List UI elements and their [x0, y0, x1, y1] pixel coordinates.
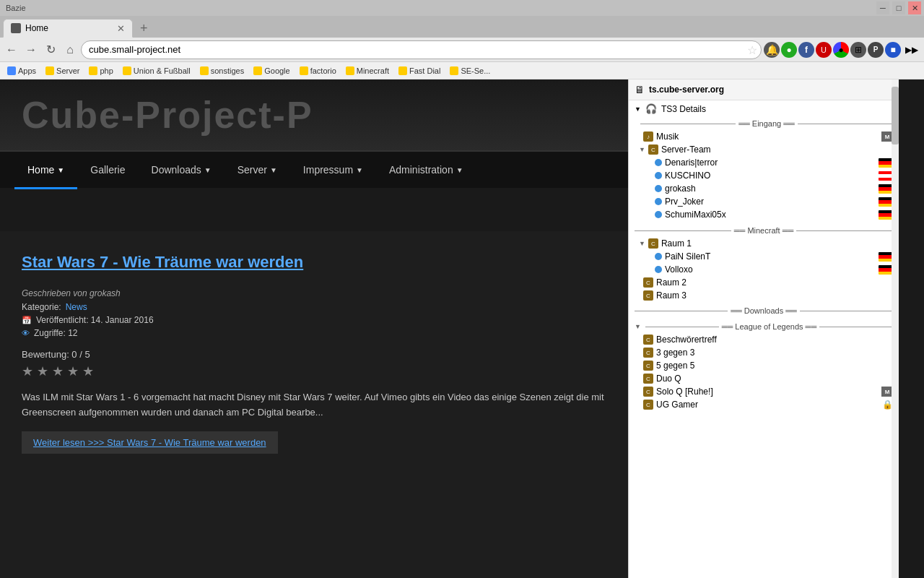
app-icon-cube[interactable]: ■ [885, 42, 901, 58]
star-2[interactable]: ★ [37, 364, 48, 379]
sep-label-downloads: ══ Downloads ══ [731, 306, 797, 315]
user-volloxo-label: Volloxo [665, 264, 693, 275]
bookmark-php[interactable]: php [84, 65, 117, 77]
nav-item-impressum[interactable]: Impressum ▼ [290, 153, 376, 189]
tab-bar: Home ✕ + [0, 16, 924, 38]
bookmark-google[interactable]: Google [249, 65, 294, 77]
nav-item-home[interactable]: Home ▼ [14, 153, 77, 189]
tab-close-icon[interactable]: ✕ [117, 23, 125, 34]
eye-icon: 👁 [22, 329, 30, 337]
channel-3v3[interactable]: C 3 gegen 3 [629, 346, 899, 359]
user-schumimaxi[interactable]: SchumiMaxi05x [629, 208, 899, 221]
category-link[interactable]: News [66, 302, 87, 312]
channel-5v5-label: 5 gegen 5 [656, 361, 694, 371]
bookmark-apps[interactable]: Apps [3, 65, 40, 77]
channel-raum2[interactable]: C Raum 2 [629, 276, 899, 289]
star-5[interactable]: ★ [82, 364, 94, 379]
channel-raum1[interactable]: ▼ C Raum 1 [629, 237, 899, 250]
ts3-scrollbar-thumb[interactable] [892, 87, 899, 144]
user-schumimaxi-dot [655, 211, 662, 218]
sep-line-right [798, 124, 893, 124]
bookmark-server[interactable]: Server [41, 65, 84, 77]
channel-beschworer-label: Beschwörertreff [656, 335, 717, 345]
chrome-icon[interactable]: ● [833, 42, 849, 58]
user-painsilent[interactable]: PaiN SilenT [629, 250, 899, 263]
reload-button[interactable]: ↻ [42, 41, 59, 59]
user-kuschino-flag [879, 171, 893, 181]
browser-tab-home[interactable]: Home ✕ [3, 19, 133, 38]
article-category-row: Kategorie: News [22, 302, 606, 312]
minimize-button[interactable]: ─ [876, 1, 889, 14]
channel-beschworer[interactable]: C Beschwörertreff [629, 333, 899, 346]
read-more-button[interactable]: Weiter lesen >>> Star Wars 7 - Wie Träum… [22, 431, 278, 454]
facebook-icon[interactable]: f [798, 42, 814, 58]
extension-icon-1[interactable]: ● [781, 42, 797, 58]
forward-button[interactable]: → [22, 41, 40, 59]
bookmark-union[interactable]: Union & Fußball [118, 65, 195, 77]
site-title: Cube-Project-P [22, 93, 313, 137]
more-button[interactable]: ▶▶ [902, 43, 921, 56]
article-rating: Bewertung: 0 / 5 ★ ★ ★ ★ ★ [22, 349, 606, 379]
bookmark-sese[interactable]: SE-Se... [445, 65, 494, 77]
channel-musik[interactable]: ♪ Musik M [629, 130, 899, 143]
lol-expand-icon[interactable]: ▼ [635, 323, 641, 330]
channel-soloq[interactable]: C Solo Q [Ruhe!] M [629, 385, 899, 398]
main-navigation: Home ▼ Gallerie Downloads ▼ Server ▼ Imp… [0, 152, 628, 188]
close-button[interactable]: ✕ [908, 1, 921, 14]
channel-5v5[interactable]: C 5 gegen 5 [629, 359, 899, 372]
channel-server-team[interactable]: ▼ C Server-Team [629, 143, 899, 156]
channel-raum3[interactable]: C Raum 3 [629, 289, 899, 302]
star-1[interactable]: ★ [22, 364, 33, 379]
ts3-server-header[interactable]: 🖥 ts.cube-server.org [629, 79, 899, 100]
window-user-label: Bazie [6, 4, 26, 12]
notification-icon[interactable]: 🔔 [764, 42, 780, 58]
user-painsilent-label: PaiN SilenT [665, 251, 710, 262]
extension-icon-2[interactable]: U [816, 42, 832, 58]
channel-5v5-icon: C [643, 361, 653, 371]
user-volloxo-dot [655, 266, 662, 273]
back-button[interactable]: ← [3, 41, 20, 59]
new-tab-button[interactable]: + [136, 20, 152, 38]
user-prvjoker[interactable]: Prv_Joker [629, 195, 899, 208]
bookmark-minecraft[interactable]: Minecraft [341, 65, 393, 77]
channel-duoq[interactable]: C Duo Q [629, 372, 899, 385]
user-grokash[interactable]: grokash [629, 182, 899, 195]
channel-raum1-collapse[interactable]: ▼ [639, 240, 645, 247]
nav-item-downloads[interactable]: Downloads ▼ [139, 153, 225, 189]
nav-item-gallerie[interactable]: Gallerie [77, 153, 138, 189]
ts3-scrollbar[interactable] [892, 79, 899, 578]
ts3-details-row[interactable]: ▼ 🎧 TS3 Details [629, 100, 899, 117]
nav-item-server[interactable]: Server ▼ [225, 153, 290, 189]
maximize-button[interactable]: □ [892, 1, 905, 14]
extension-icon-3[interactable]: ⊞ [850, 42, 866, 58]
user-kuschino[interactable]: KUSCHINO [629, 169, 899, 182]
channel-uggamer[interactable]: C UG Gamer 🔒 [629, 398, 899, 411]
extension-icon-4[interactable]: P [868, 42, 884, 58]
user-volloxo[interactable]: Volloxo [629, 263, 899, 276]
user-painsilent-dot [655, 253, 662, 260]
channel-musik-label: Musik [656, 131, 679, 142]
user-denaris-dot [655, 159, 662, 166]
separator-lol: ▼ ══ League of Legends ══ [629, 320, 899, 333]
user-prvjoker-label: Prv_Joker [665, 197, 704, 207]
channel-soloq-label: Solo Q [Ruhe!] [656, 387, 713, 397]
bookmarks-bar: Apps Server php Union & Fußball sonstige… [0, 62, 924, 79]
bookmark-star-icon[interactable]: ☆ [747, 43, 757, 56]
bookmark-factorio[interactable]: factorio [295, 65, 341, 77]
channel-beschworer-icon: C [643, 335, 653, 345]
channel-uggamer-icon: C [643, 400, 653, 410]
user-grokash-dot [655, 185, 662, 192]
star-4[interactable]: ★ [67, 364, 79, 379]
channel-raum1-label: Raum 1 [661, 238, 692, 249]
bookmark-fastdial[interactable]: Fast Dial [394, 65, 445, 77]
bookmark-sonstiges[interactable]: sonstiges [196, 65, 248, 77]
nav-item-administration[interactable]: Administration ▼ [376, 153, 476, 189]
star-3[interactable]: ★ [52, 364, 64, 379]
home-button[interactable]: ⌂ [61, 41, 79, 59]
channel-team-collapse-arrow[interactable]: ▼ [639, 146, 645, 153]
user-denaris[interactable]: Denaris|terror [629, 156, 899, 169]
article-published-row: 📅 Veröffentlicht: 14. Januar 2016 [22, 315, 606, 325]
star-rating[interactable]: ★ ★ ★ ★ ★ [22, 363, 606, 379]
article-title[interactable]: Star Wars 7 - Wie Träume war werden [22, 253, 606, 272]
address-bar[interactable] [81, 40, 762, 59]
